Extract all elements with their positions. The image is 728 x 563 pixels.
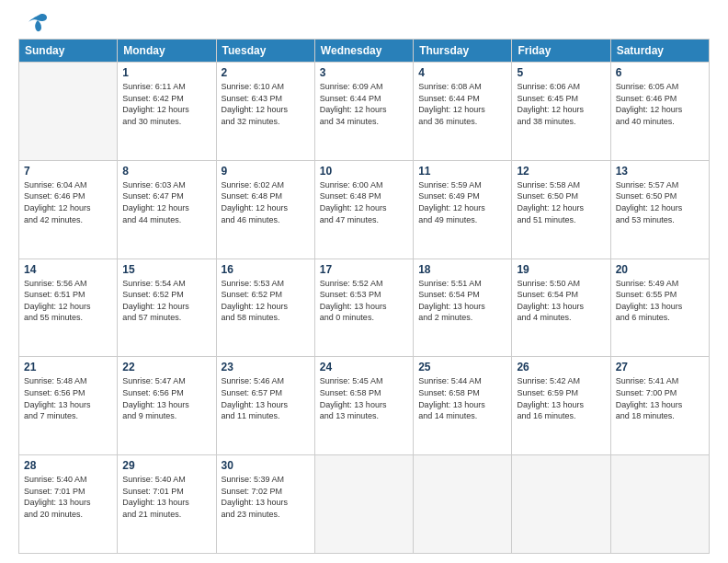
calendar-day-cell: 1Sunrise: 6:11 AMSunset: 6:42 PMDaylight…: [118, 63, 216, 161]
calendar-table: SundayMondayTuesdayWednesdayThursdayFrid…: [18, 39, 710, 554]
day-info: Sunrise: 5:47 AMSunset: 6:56 PMDaylight:…: [122, 375, 210, 421]
page: SundayMondayTuesdayWednesdayThursdayFrid…: [0, 0, 728, 563]
day-info: Sunrise: 5:48 AMSunset: 6:56 PMDaylight:…: [24, 375, 112, 421]
calendar-day-cell: 13Sunrise: 5:57 AMSunset: 6:50 PMDayligh…: [610, 160, 709, 259]
day-number: 9: [222, 165, 310, 178]
day-info: Sunrise: 5:50 AMSunset: 6:54 PMDaylight:…: [517, 278, 605, 324]
day-info: Sunrise: 5:57 AMSunset: 6:50 PMDaylight:…: [616, 179, 704, 225]
day-info: Sunrise: 6:02 AMSunset: 6:48 PMDaylight:…: [222, 179, 310, 225]
day-info: Sunrise: 6:10 AMSunset: 6:43 PMDaylight:…: [222, 81, 310, 127]
calendar-day-header: Wednesday: [314, 40, 413, 63]
calendar-day-cell: 12Sunrise: 5:58 AMSunset: 6:50 PMDayligh…: [512, 160, 610, 259]
calendar-week-row: 28Sunrise: 5:40 AMSunset: 7:01 PMDayligh…: [19, 455, 710, 554]
calendar-header-row: SundayMondayTuesdayWednesdayThursdayFrid…: [19, 40, 710, 63]
header: [18, 15, 710, 33]
day-number: 26: [517, 361, 605, 373]
day-info: Sunrise: 5:40 AMSunset: 7:01 PMDaylight:…: [24, 474, 112, 520]
calendar-day-cell: 19Sunrise: 5:50 AMSunset: 6:54 PMDayligh…: [512, 259, 610, 357]
calendar-day-cell: [512, 455, 610, 554]
day-info: Sunrise: 6:04 AMSunset: 6:46 PMDaylight:…: [24, 179, 112, 225]
calendar-day-cell: [414, 455, 512, 554]
day-number: 12: [517, 165, 605, 178]
day-number: 21: [24, 361, 112, 373]
day-info: Sunrise: 5:39 AMSunset: 7:02 PMDaylight:…: [222, 474, 310, 520]
day-info: Sunrise: 5:56 AMSunset: 6:51 PMDaylight:…: [24, 278, 112, 324]
calendar-day-cell: 17Sunrise: 5:52 AMSunset: 6:53 PMDayligh…: [314, 259, 413, 357]
day-info: Sunrise: 5:45 AMSunset: 6:58 PMDaylight:…: [320, 375, 408, 421]
calendar-day-cell: 11Sunrise: 5:59 AMSunset: 6:49 PMDayligh…: [414, 160, 512, 259]
day-info: Sunrise: 5:49 AMSunset: 6:55 PMDaylight:…: [616, 278, 704, 324]
calendar-day-cell: 14Sunrise: 5:56 AMSunset: 6:51 PMDayligh…: [19, 259, 118, 357]
day-info: Sunrise: 5:44 AMSunset: 6:58 PMDaylight:…: [418, 375, 506, 421]
day-info: Sunrise: 6:00 AMSunset: 6:48 PMDaylight:…: [320, 179, 408, 225]
day-number: 11: [418, 165, 506, 178]
calendar-day-header: Thursday: [414, 40, 512, 63]
day-info: Sunrise: 5:53 AMSunset: 6:52 PMDaylight:…: [222, 278, 310, 324]
day-info: Sunrise: 6:03 AMSunset: 6:47 PMDaylight:…: [122, 179, 210, 225]
calendar-day-cell: 25Sunrise: 5:44 AMSunset: 6:58 PMDayligh…: [414, 357, 512, 455]
logo: [18, 15, 49, 33]
calendar-day-header: Monday: [118, 40, 216, 63]
day-number: 24: [320, 361, 408, 373]
day-info: Sunrise: 5:40 AMSunset: 7:01 PMDaylight:…: [122, 474, 210, 520]
day-number: 4: [418, 66, 506, 79]
calendar-day-cell: 6Sunrise: 6:05 AMSunset: 6:46 PMDaylight…: [610, 63, 709, 161]
day-info: Sunrise: 5:41 AMSunset: 7:00 PMDaylight:…: [616, 375, 704, 421]
day-info: Sunrise: 5:46 AMSunset: 6:57 PMDaylight:…: [222, 375, 310, 421]
day-info: Sunrise: 5:52 AMSunset: 6:53 PMDaylight:…: [320, 278, 408, 324]
calendar-day-cell: [610, 455, 709, 554]
day-number: 30: [222, 459, 310, 472]
calendar-day-header: Sunday: [19, 40, 118, 63]
calendar-day-cell: 3Sunrise: 6:09 AMSunset: 6:44 PMDaylight…: [314, 63, 413, 161]
calendar-day-header: Saturday: [610, 40, 709, 63]
calendar-day-cell: 22Sunrise: 5:47 AMSunset: 6:56 PMDayligh…: [118, 357, 216, 455]
day-info: Sunrise: 6:05 AMSunset: 6:46 PMDaylight:…: [616, 81, 704, 127]
calendar-day-cell: 28Sunrise: 5:40 AMSunset: 7:01 PMDayligh…: [19, 455, 118, 554]
calendar-day-cell: 24Sunrise: 5:45 AMSunset: 6:58 PMDayligh…: [314, 357, 413, 455]
calendar-day-cell: [19, 63, 118, 161]
calendar-day-cell: 20Sunrise: 5:49 AMSunset: 6:55 PMDayligh…: [610, 259, 709, 357]
day-info: Sunrise: 5:42 AMSunset: 6:59 PMDaylight:…: [517, 375, 605, 421]
day-info: Sunrise: 5:54 AMSunset: 6:52 PMDaylight:…: [122, 278, 210, 324]
calendar-day-cell: 9Sunrise: 6:02 AMSunset: 6:48 PMDaylight…: [216, 160, 314, 259]
calendar-day-cell: 15Sunrise: 5:54 AMSunset: 6:52 PMDayligh…: [118, 259, 216, 357]
calendar-day-cell: 8Sunrise: 6:03 AMSunset: 6:47 PMDaylight…: [118, 160, 216, 259]
calendar-day-cell: 16Sunrise: 5:53 AMSunset: 6:52 PMDayligh…: [216, 259, 314, 357]
calendar-day-cell: 26Sunrise: 5:42 AMSunset: 6:59 PMDayligh…: [512, 357, 610, 455]
day-number: 20: [616, 263, 704, 276]
calendar-week-row: 1Sunrise: 6:11 AMSunset: 6:42 PMDaylight…: [19, 63, 710, 161]
day-number: 7: [24, 165, 112, 178]
calendar-day-cell: 5Sunrise: 6:06 AMSunset: 6:45 PMDaylight…: [512, 63, 610, 161]
calendar-week-row: 7Sunrise: 6:04 AMSunset: 6:46 PMDaylight…: [19, 160, 710, 259]
day-info: Sunrise: 6:08 AMSunset: 6:44 PMDaylight:…: [418, 81, 506, 127]
day-info: Sunrise: 5:51 AMSunset: 6:54 PMDaylight:…: [418, 278, 506, 324]
calendar-day-cell: 21Sunrise: 5:48 AMSunset: 6:56 PMDayligh…: [19, 357, 118, 455]
day-number: 14: [24, 263, 112, 276]
day-number: 13: [616, 165, 704, 178]
day-number: 23: [222, 361, 310, 373]
day-number: 22: [122, 361, 210, 373]
calendar-day-cell: 23Sunrise: 5:46 AMSunset: 6:57 PMDayligh…: [216, 357, 314, 455]
calendar-day-cell: 7Sunrise: 6:04 AMSunset: 6:46 PMDaylight…: [19, 160, 118, 259]
day-number: 10: [320, 165, 408, 178]
logo-bird-icon: [21, 13, 49, 33]
day-number: 19: [517, 263, 605, 276]
calendar-day-cell: 30Sunrise: 5:39 AMSunset: 7:02 PMDayligh…: [216, 455, 314, 554]
calendar-day-cell: 27Sunrise: 5:41 AMSunset: 7:00 PMDayligh…: [610, 357, 709, 455]
calendar-day-cell: 18Sunrise: 5:51 AMSunset: 6:54 PMDayligh…: [414, 259, 512, 357]
day-number: 16: [222, 263, 310, 276]
calendar-day-cell: 4Sunrise: 6:08 AMSunset: 6:44 PMDaylight…: [414, 63, 512, 161]
day-info: Sunrise: 5:58 AMSunset: 6:50 PMDaylight:…: [517, 179, 605, 225]
day-number: 3: [320, 66, 408, 79]
day-number: 25: [418, 361, 506, 373]
day-info: Sunrise: 6:09 AMSunset: 6:44 PMDaylight:…: [320, 81, 408, 127]
day-info: Sunrise: 6:11 AMSunset: 6:42 PMDaylight:…: [122, 81, 210, 127]
day-number: 8: [122, 165, 210, 178]
day-number: 5: [517, 66, 605, 79]
day-number: 27: [616, 361, 704, 373]
day-number: 2: [222, 66, 310, 79]
calendar-day-cell: 10Sunrise: 6:00 AMSunset: 6:48 PMDayligh…: [314, 160, 413, 259]
day-number: 6: [616, 66, 704, 79]
day-number: 18: [418, 263, 506, 276]
day-number: 29: [122, 459, 210, 472]
